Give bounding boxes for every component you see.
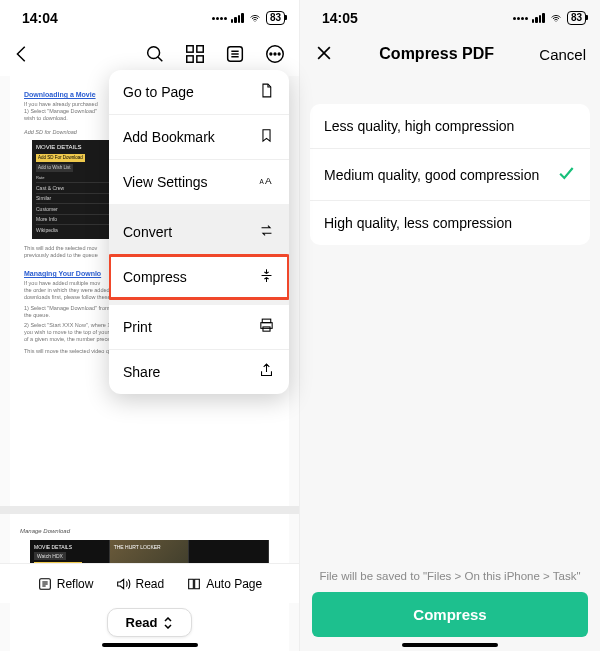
reflow-button[interactable]: Reflow	[37, 576, 94, 592]
status-right: 83	[212, 11, 285, 25]
option-high-quality[interactable]: High quality, less compression	[310, 200, 590, 245]
battery-icon: 83	[567, 11, 586, 25]
back-button[interactable]	[10, 42, 34, 66]
modal-title: Compress PDF	[379, 45, 494, 63]
text-size-icon: AA	[258, 172, 275, 192]
page-icon	[258, 82, 275, 102]
read-mode-button[interactable]: Read	[107, 608, 193, 637]
svg-rect-16	[262, 319, 271, 323]
status-bar: 14:05 83	[300, 0, 600, 32]
status-right: 83	[513, 11, 586, 25]
left-pane: 14:04 83 Downloading	[0, 0, 300, 651]
more-icon[interactable]	[263, 42, 287, 66]
svg-point-11	[270, 53, 272, 55]
battery-icon: 83	[266, 11, 285, 25]
read-aloud-button[interactable]: Read	[115, 576, 164, 592]
chevron-updown-icon	[163, 617, 173, 629]
menu-go-to-page[interactable]: Go to Page	[109, 70, 289, 114]
signal-icon	[532, 13, 545, 23]
svg-point-12	[274, 53, 276, 55]
grid-icon[interactable]	[183, 42, 207, 66]
signal-icon	[231, 13, 244, 23]
svg-rect-18	[263, 327, 270, 331]
check-icon	[556, 163, 576, 186]
close-button[interactable]	[314, 43, 334, 66]
right-pane: 14:05 83 Compress PDF Cancel Less qualit…	[300, 0, 600, 651]
svg-text:A: A	[259, 178, 264, 185]
list-icon[interactable]	[223, 42, 247, 66]
share-icon	[258, 362, 275, 382]
svg-point-13	[278, 53, 280, 55]
search-icon[interactable]	[143, 42, 167, 66]
modal-header: Compress PDF Cancel	[300, 32, 600, 76]
read-mode-bar: Read	[0, 608, 299, 637]
option-medium-quality[interactable]: Medium quality, good compression	[310, 148, 590, 200]
svg-text:A: A	[265, 175, 272, 186]
option-low-quality[interactable]: Less quality, high compression	[310, 104, 590, 148]
svg-rect-3	[197, 46, 203, 52]
menu-share[interactable]: Share	[109, 350, 289, 394]
svg-rect-2	[187, 46, 193, 52]
menu-view-settings[interactable]: View Settings AA	[109, 160, 289, 204]
compress-button[interactable]: Compress	[312, 592, 588, 637]
svg-rect-4	[187, 56, 193, 62]
home-indicator	[402, 643, 498, 647]
menu-add-bookmark[interactable]: Add Bookmark	[109, 115, 289, 159]
context-menu: Go to Page Add Bookmark View Settings AA…	[109, 70, 289, 394]
auto-page-button[interactable]: Auto Page	[186, 576, 262, 592]
cellular-dots-icon	[212, 17, 227, 20]
convert-icon	[258, 222, 275, 242]
bottom-toolbar: Reflow Read Auto Page	[0, 563, 299, 603]
modal-footer: File will be saved to "Files > On this i…	[300, 570, 600, 637]
status-time: 14:04	[22, 10, 58, 26]
home-indicator	[102, 643, 198, 647]
menu-convert[interactable]: Convert	[109, 210, 289, 254]
compression-options: Less quality, high compression Medium qu…	[310, 104, 590, 245]
wifi-icon	[549, 13, 563, 24]
svg-line-1	[158, 57, 162, 61]
menu-compress[interactable]: Compress	[109, 255, 289, 299]
status-time: 14:05	[322, 10, 358, 26]
save-hint: File will be saved to "Files > On this i…	[312, 570, 588, 582]
bookmark-icon	[258, 127, 275, 147]
wifi-icon	[248, 13, 262, 24]
svg-rect-5	[197, 56, 203, 62]
cellular-dots-icon	[513, 17, 528, 20]
page-break	[0, 506, 299, 514]
print-icon	[258, 317, 275, 337]
svg-point-0	[148, 47, 160, 59]
compress-icon	[258, 267, 275, 287]
status-bar: 14:04 83	[0, 0, 299, 32]
menu-print[interactable]: Print	[109, 305, 289, 349]
cancel-button[interactable]: Cancel	[539, 46, 586, 63]
